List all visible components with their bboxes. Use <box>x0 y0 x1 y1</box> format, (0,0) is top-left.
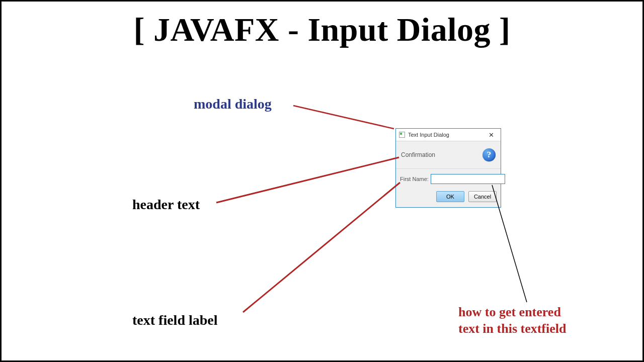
app-icon <box>399 132 405 138</box>
annotation-textfield-label: text field label <box>132 312 218 328</box>
first-name-input[interactable] <box>431 174 505 184</box>
annotation-how-to-line1: how to get entered <box>458 305 561 319</box>
svg-line-2 <box>243 183 400 312</box>
cancel-button[interactable]: Cancel <box>468 191 497 202</box>
question-icon: ? <box>482 148 496 161</box>
dialog-header-text: Confirmation <box>401 151 435 158</box>
annotation-how-to-get-text: how to get entered text in this textfiel… <box>458 304 566 337</box>
ok-button[interactable]: OK <box>436 191 464 202</box>
svg-line-1 <box>216 157 399 203</box>
annotation-modal-dialog: modal dialog <box>194 96 272 112</box>
page-title: [ JAVAFX - Input Dialog ] <box>2 11 642 49</box>
svg-line-0 <box>293 106 394 129</box>
diagram-canvas: [ JAVAFX - Input Dialog ] modal dialog h… <box>0 0 644 362</box>
dialog-button-bar: OK Cancel <box>396 188 501 207</box>
annotation-how-to-line2: text in this textfield <box>458 321 566 336</box>
dialog-header-area: Confirmation ? <box>396 141 501 169</box>
text-input-dialog: Text Input Dialog ✕ Confirmation ? First… <box>395 128 501 208</box>
dialog-title: Text Input Dialog <box>408 132 484 138</box>
close-icon[interactable]: ✕ <box>484 130 499 140</box>
annotation-header-text: header text <box>132 197 200 213</box>
first-name-label: First Name: <box>400 176 429 182</box>
dialog-titlebar[interactable]: Text Input Dialog ✕ <box>396 129 501 141</box>
dialog-body: First Name: <box>396 169 501 188</box>
